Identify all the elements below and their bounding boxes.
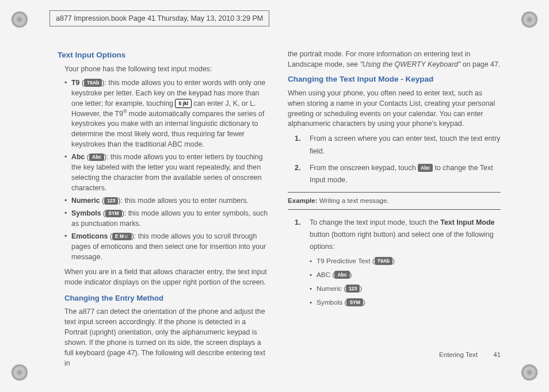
sym-icon: SYM	[346, 298, 363, 306]
heading-changing-keypad: Changing the Text Input Mode - Keypad	[288, 74, 501, 85]
text-run: From the onscreen keypad, touch	[310, 164, 418, 172]
opt-label: Symbols (	[317, 298, 346, 306]
emoticon-icon: E M☺	[112, 233, 132, 241]
example-label: Example:	[288, 197, 318, 204]
mode-item-t9: T9 (T9Ab): this mode allows you to enter…	[64, 78, 270, 151]
input-mode-list: T9 (T9Ab): this mode allows you to enter…	[64, 78, 270, 263]
option-numeric: Numeric (123)	[310, 283, 501, 294]
intro-text: Your phone has the following text input …	[64, 64, 270, 75]
footer-page-number: 41	[493, 351, 501, 358]
mode-label: T9	[71, 79, 79, 87]
mode-desc: : this mode allows you to enter symbols,…	[71, 209, 268, 228]
opt-close: )	[350, 271, 352, 279]
mode-label: Symbols	[71, 209, 101, 217]
abc-icon: Abc	[418, 164, 433, 172]
text-run: button (bottom right button) and select …	[310, 230, 494, 251]
opt-close: )	[360, 285, 362, 293]
entry-method-para: The a877 can detect the orientation of t…	[64, 307, 270, 369]
ornament-icon	[12, 364, 28, 381]
mode-label: Abc	[71, 153, 85, 161]
mode-item-abc: Abc (Abc): this mode allows you to enter…	[64, 152, 270, 194]
ornament-icon	[521, 364, 537, 381]
option-abc: ABC (Abc)	[310, 269, 501, 280]
continued-para: the portrait mode. For more information …	[288, 49, 501, 70]
option-list: T9 Predictive Text (T9Ab) ABC (Abc) Nume…	[310, 255, 501, 308]
heading-text-input-options: Text Input Options	[58, 49, 270, 61]
footer-section: Entering Text	[439, 351, 478, 358]
mode-item-numeric: Numeric (123): this mode allows you to e…	[64, 196, 270, 206]
option-t9: T9 Predictive Text (T9Ab)	[310, 255, 501, 267]
keypad-5jkl-icon: 5 jkl	[175, 99, 192, 108]
text-input-mode-button-ref: Text Input Mode	[440, 218, 494, 226]
example-text: Writing a text message.	[318, 197, 389, 204]
opt-close: )	[363, 298, 365, 306]
opt-label: T9 Predictive Text (	[317, 257, 375, 265]
indicator-note: When you are in a field that allows char…	[64, 267, 270, 288]
mode-item-emoticons: Emoticons (E M☺): this mode allows you t…	[64, 232, 270, 263]
steps-list-a: From a screen where you can enter text, …	[295, 133, 501, 186]
numeric-123-icon: 123	[346, 285, 360, 293]
ornament-icon	[521, 11, 537, 28]
opt-label: ABC (	[317, 271, 334, 279]
mode-label: Emoticons	[71, 232, 108, 240]
steps-list-b: To change the text input mode, touch the…	[295, 217, 501, 308]
keypad-para: When using your phone, you often need to…	[288, 89, 501, 130]
mode-label: Numeric	[71, 197, 100, 205]
ornament-icon	[12, 11, 28, 28]
mode-item-symbols: Symbols (SYM): this mode allows you to e…	[64, 209, 270, 229]
t9ab-icon: T9Ab	[375, 257, 392, 265]
sym-icon: SYM	[105, 210, 121, 218]
numeric-123-icon: 123	[104, 197, 118, 205]
option-symbols: Symbols (SYM)	[310, 297, 501, 308]
step-item: From the onscreen keypad, touch Abc to c…	[295, 162, 501, 186]
step-item: To change the text input mode, touch the…	[295, 217, 501, 308]
abc-icon: Abc	[334, 271, 349, 279]
page-body: Text Input Options Your phone has the fo…	[58, 49, 501, 360]
text-run: on page 47.	[460, 60, 500, 68]
column-right: the portrait mode. For more information …	[288, 49, 501, 360]
abc-icon: Abc	[89, 153, 104, 162]
text-run: To change the text input mode, touch the	[310, 218, 440, 226]
column-left: Text Input Options Your phone has the fo…	[58, 49, 270, 360]
example-box: Example: Writing a text message.	[288, 192, 501, 210]
opt-label: Numeric (	[317, 285, 346, 293]
page-footer: Entering Text 41	[439, 350, 501, 360]
t9ab-icon: T9Ab	[84, 79, 102, 87]
crop-mark-header: a877 Impression.book Page 41 Thursday, M…	[49, 10, 269, 26]
step-item: From a screen where you can enter text, …	[295, 133, 501, 157]
cross-ref-link: "Using the QWERTY Keyboard"	[360, 60, 460, 68]
mode-desc: : this mode allows you to enter numbers.	[121, 197, 249, 205]
heading-changing-entry: Changing the Entry Method	[64, 293, 270, 303]
opt-close: )	[392, 257, 395, 265]
